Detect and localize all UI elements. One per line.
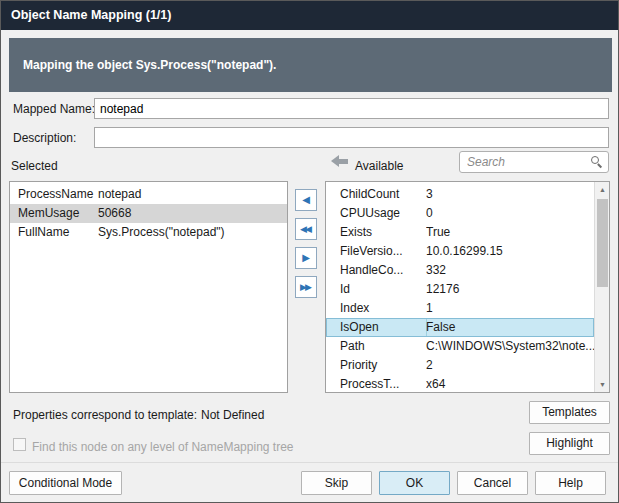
property-name: MemUsage (10, 204, 98, 223)
property-value: Sys.Process("notepad") (98, 223, 287, 242)
property-value: 2 (426, 356, 594, 375)
move-all-left-icon: ◀◀ (300, 224, 310, 234)
property-value: 332 (426, 261, 594, 280)
property-value: 0 (426, 204, 594, 223)
move-all-right-button[interactable]: ▶▶ (295, 276, 317, 298)
available-property-row[interactable]: Priority 2 (326, 356, 594, 375)
move-left-icon: ◀ (302, 194, 310, 205)
conditional-mode-button[interactable]: Conditional Mode (9, 471, 122, 495)
template-status-label: Properties correspond to template: (13, 405, 197, 425)
available-property-row[interactable]: HandleCo... 332 (326, 261, 594, 280)
skip-button[interactable]: Skip (301, 471, 372, 495)
selected-property-row[interactable]: MemUsage 50668 (10, 204, 287, 223)
available-list-label: Available (355, 156, 403, 176)
property-value: 10.0.16299.15 (426, 242, 594, 261)
property-value: C:\WINDOWS\System32\note... (426, 337, 594, 356)
property-name: ProcessName (10, 185, 98, 204)
highlight-button[interactable]: Highlight (529, 432, 610, 455)
back-arrow-icon (331, 155, 349, 167)
selected-property-row[interactable]: FullName Sys.Process("notepad") (10, 223, 287, 242)
property-value: x64 (426, 375, 594, 393)
move-right-button[interactable]: ▶ (295, 247, 317, 269)
property-name: Priority (326, 356, 426, 375)
object-name-mapping-dialog: Object Name Mapping (1/1) Mapping the ob… (0, 0, 619, 503)
available-property-row[interactable]: Exists True (326, 223, 594, 242)
selected-property-row[interactable]: ProcessName notepad (10, 185, 287, 204)
selected-list-label: Selected (11, 156, 58, 176)
available-property-row[interactable]: Id 12176 (326, 280, 594, 299)
move-left-button[interactable]: ◀ (295, 189, 317, 211)
property-value: 12176 (426, 280, 594, 299)
property-name: Index (326, 299, 426, 318)
mapping-header-text: Mapping the object Sys.Process("notepad"… (23, 58, 276, 72)
title-bar[interactable]: Object Name Mapping (1/1) (1, 1, 618, 30)
search-input[interactable] (459, 151, 609, 173)
property-name: Id (326, 280, 426, 299)
search-box (459, 151, 609, 173)
property-name: ChildCount (326, 185, 426, 204)
window-title: Object Name Mapping (1/1) (11, 8, 171, 22)
find-node-checkbox[interactable] (13, 438, 26, 451)
templates-button[interactable]: Templates (529, 401, 610, 424)
property-name: Exists (326, 223, 426, 242)
available-property-row-focused[interactable]: IsOpen False (326, 318, 594, 337)
available-property-row[interactable]: FileVersio... 10.0.16299.15 (326, 242, 594, 261)
ok-button[interactable]: OK (379, 471, 450, 495)
mapping-header: Mapping the object Sys.Process("notepad"… (9, 38, 612, 92)
property-value: 50668 (98, 204, 287, 223)
find-node-checkbox-label: Find this node on any level of NameMappi… (32, 437, 294, 457)
description-input[interactable] (94, 127, 609, 148)
available-property-row[interactable]: Index 1 (326, 299, 594, 318)
available-property-row[interactable]: ChildCount 3 (326, 185, 594, 204)
scrollbar[interactable]: ▲ ▼ (594, 182, 609, 392)
move-all-right-icon: ▶▶ (300, 282, 310, 292)
property-name: FileVersio... (326, 242, 426, 261)
mapped-name-label: Mapped Name: (13, 99, 95, 119)
property-name: CPUUsage (326, 204, 426, 223)
search-icon (591, 156, 603, 168)
description-label: Description: (13, 128, 76, 148)
property-value: 1 (426, 299, 594, 318)
scroll-up-icon[interactable]: ▲ (595, 182, 610, 197)
available-property-row[interactable]: CPUUsage 0 (326, 204, 594, 223)
selected-properties-list[interactable]: ProcessName notepad MemUsage 50668 FullN… (9, 181, 288, 393)
property-value: False (426, 318, 594, 337)
available-property-row[interactable]: ProcessT... x64 (326, 375, 594, 393)
property-name: Path (326, 337, 426, 356)
property-value: 3 (426, 185, 594, 204)
footer-divider (1, 462, 618, 463)
property-name: HandleCo... (326, 261, 426, 280)
property-name: ProcessT... (326, 375, 426, 393)
help-button[interactable]: Help (535, 471, 606, 495)
property-value: notepad (98, 185, 287, 204)
template-status-value: Not Defined (201, 405, 264, 425)
available-property-row[interactable]: Path C:\WINDOWS\System32\note... (326, 337, 594, 356)
scrollbar-thumb[interactable] (597, 199, 608, 287)
property-name: FullName (10, 223, 98, 242)
mapped-name-input[interactable] (94, 98, 609, 119)
scroll-down-icon[interactable]: ▼ (595, 377, 610, 392)
move-all-left-button[interactable]: ◀◀ (295, 218, 317, 240)
cancel-button[interactable]: Cancel (457, 471, 528, 495)
move-right-icon: ▶ (302, 252, 310, 263)
property-value: True (426, 223, 594, 242)
available-properties-list[interactable]: ChildCount 3 CPUUsage 0 Exists True File… (325, 181, 610, 393)
property-name: IsOpen (326, 318, 426, 337)
